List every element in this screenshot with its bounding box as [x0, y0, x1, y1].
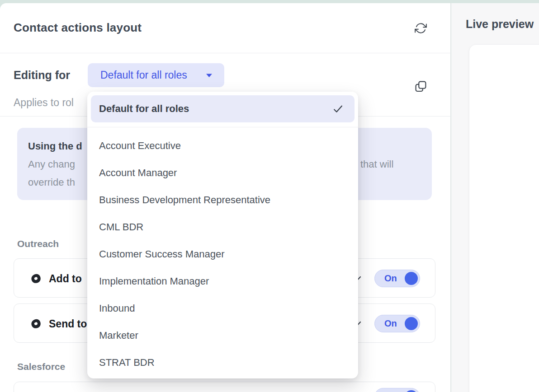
- live-preview-title: Live preview: [466, 17, 534, 31]
- toggle-knob: [405, 317, 418, 330]
- menu-item[interactable]: Account Executive: [87, 132, 358, 159]
- toggle-label: On: [384, 318, 397, 329]
- banner-line-2: override th: [28, 176, 75, 189]
- check-icon: [332, 103, 344, 115]
- menu-item[interactable]: Marketer: [87, 322, 358, 349]
- banner-line-1-fragment: that will: [360, 158, 393, 171]
- role-selector-value: Default for all roles: [100, 69, 187, 81]
- toggle-on[interactable]: On: [374, 315, 420, 332]
- action-row-salesforce[interactable]: On: [14, 382, 435, 392]
- page-title: Contact actions layout: [14, 20, 142, 35]
- section-heading-salesforce: Salesforce: [17, 360, 65, 373]
- outreach-logo-icon: [30, 273, 42, 284]
- copy-button[interactable]: [411, 78, 430, 95]
- menu-item[interactable]: STRAT BDR: [87, 349, 358, 376]
- menu-item[interactable]: Customer Success Manager: [87, 241, 358, 268]
- editing-for-label: Editing for: [14, 68, 70, 82]
- menu-item-list: Account Executive Account Manager Busine…: [87, 132, 358, 376]
- action-row-label: Add to: [49, 272, 82, 285]
- header-divider: [0, 53, 451, 53]
- copy-icon: [414, 80, 427, 93]
- menu-item[interactable]: Account Manager: [87, 159, 358, 187]
- banner-title: Using the d: [28, 140, 82, 153]
- toggle-on[interactable]: On: [374, 270, 420, 287]
- menu-item-label: Default for all roles: [99, 103, 189, 115]
- role-selector-button[interactable]: Default for all roles: [88, 63, 224, 87]
- caret-down-icon: [206, 73, 213, 78]
- menu-item[interactable]: Inbound: [87, 295, 358, 322]
- section-heading-outreach: Outreach: [17, 238, 59, 250]
- outreach-logo-icon: [30, 318, 42, 329]
- menu-item[interactable]: Implementation Manager: [87, 268, 358, 295]
- toggle-knob: [405, 390, 418, 392]
- refresh-button[interactable]: [412, 20, 429, 36]
- toggle-knob: [405, 272, 418, 285]
- applies-to-text: Applies to rol: [14, 95, 74, 110]
- role-dropdown-menu: Default for all roles Account Executive …: [87, 92, 358, 378]
- menu-item[interactable]: CML BDR: [87, 214, 358, 241]
- menu-divider: [87, 127, 358, 127]
- banner-line-1: Any chang: [28, 158, 75, 171]
- refresh-icon: [415, 22, 427, 34]
- action-row-label: Send to: [49, 317, 87, 331]
- menu-item[interactable]: Business Development Representative: [87, 187, 358, 214]
- toggle-on[interactable]: On: [374, 388, 420, 392]
- menu-item-default-selected[interactable]: Default for all roles: [91, 95, 355, 122]
- app-window: Contact actions layout Editing for Defau…: [0, 0, 539, 392]
- live-preview-card: [469, 44, 539, 392]
- toggle-label: On: [384, 273, 397, 284]
